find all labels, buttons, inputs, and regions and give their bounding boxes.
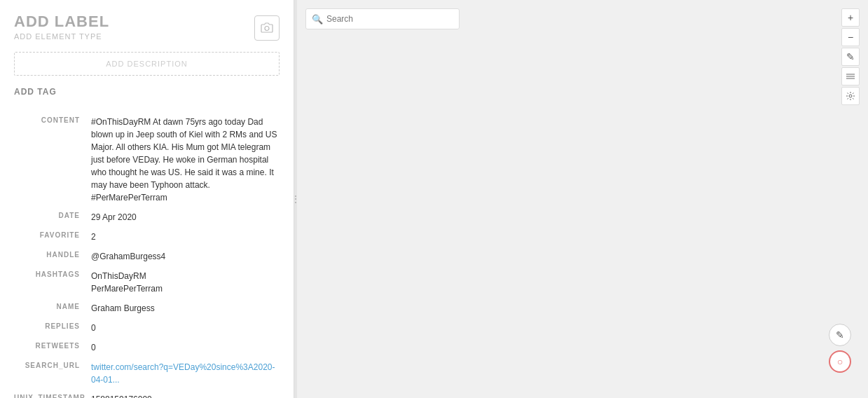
map-toolbar: + − ✎ [841, 8, 860, 105]
circle-float-button[interactable]: ○ [829, 350, 851, 373]
field-label: RETWEETS [14, 341, 91, 350]
zoom-in-button[interactable]: + [841, 8, 860, 27]
table-row: FAVORITE2 [0, 227, 294, 247]
floating-buttons: ✎ ○ [829, 324, 851, 373]
right-panel: 🔍 + − ✎ ✎ ○ [297, 0, 868, 398]
layers-button[interactable] [841, 67, 860, 85]
field-value: 0 [91, 341, 280, 354]
field-value: 0 [91, 322, 280, 334]
field-label: UNIX_TIMESTAMP [14, 393, 91, 398]
edit-map-button[interactable]: ✎ [841, 48, 860, 66]
table-row: NAMEGraham Burgess [0, 298, 294, 318]
page-title: ADD LABEL [14, 13, 109, 31]
table-row: DATE29 Apr 2020 [0, 207, 294, 227]
search-bar[interactable]: 🔍 [305, 8, 460, 29]
field-label: HANDLE [14, 250, 91, 259]
field-value: #OnThisDayRM At dawn 75yrs ago today Dad… [91, 116, 280, 204]
field-value: Graham Burgess [91, 302, 280, 315]
field-label: FAVORITE [14, 231, 91, 239]
camera-icon-button[interactable] [254, 15, 280, 41]
field-label: NAME [14, 302, 91, 310]
field-label: CONTENT [14, 116, 91, 124]
field-label: SEARCH_URL [14, 361, 91, 369]
settings-button[interactable] [841, 87, 860, 105]
table-row: HASHTAGSOnThisDayRMPerMarePerTerram [0, 266, 294, 298]
field-value: 2 [91, 231, 280, 243]
table-row: SEARCH_URLtwitter.com/search?q=VEDay%20s… [0, 357, 294, 390]
add-tag-label[interactable]: ADD TAG [0, 81, 294, 105]
field-value: @GrahamBurgess4 [91, 250, 280, 263]
field-label: REPLIES [14, 322, 91, 330]
label-header-text: ADD LABEL ADD ELEMENT TYPE [14, 13, 109, 41]
pencil-float-button[interactable]: ✎ [829, 324, 851, 346]
element-type-subtitle: ADD ELEMENT TYPE [14, 32, 109, 41]
svg-point-4 [849, 95, 852, 97]
description-area[interactable]: ADD DESCRIPTION [14, 52, 280, 76]
search-input[interactable] [326, 14, 453, 24]
table-row: UNIX_TIMESTAMP1588150176000 [0, 390, 294, 398]
field-label: DATE [14, 211, 91, 219]
field-value[interactable]: twitter.com/search?q=VEDay%20since%3A202… [91, 361, 280, 386]
field-value: OnThisDayRMPerMarePerTerram [91, 270, 280, 295]
table-row: HANDLE@GrahamBurgess4 [0, 247, 294, 266]
table-row: RETWEETS0 [0, 338, 294, 357]
field-label: HASHTAGS [14, 270, 91, 278]
map-background[interactable] [297, 0, 868, 398]
data-table: CONTENT#OnThisDayRM At dawn 75yrs ago to… [0, 105, 294, 398]
table-row: CONTENT#OnThisDayRM At dawn 75yrs ago to… [0, 112, 294, 207]
left-panel: ADD LABEL ADD ELEMENT TYPE ADD DESCRIPTI… [0, 0, 294, 398]
field-value: 29 Apr 2020 [91, 211, 280, 224]
svg-point-0 [265, 27, 269, 31]
field-value: 1588150176000 [91, 393, 280, 398]
description-placeholder: ADD DESCRIPTION [23, 60, 270, 68]
label-header: ADD LABEL ADD ELEMENT TYPE [0, 0, 294, 46]
zoom-out-button[interactable]: − [841, 28, 860, 46]
table-row: REPLIES0 [0, 318, 294, 338]
search-icon: 🔍 [312, 14, 323, 25]
